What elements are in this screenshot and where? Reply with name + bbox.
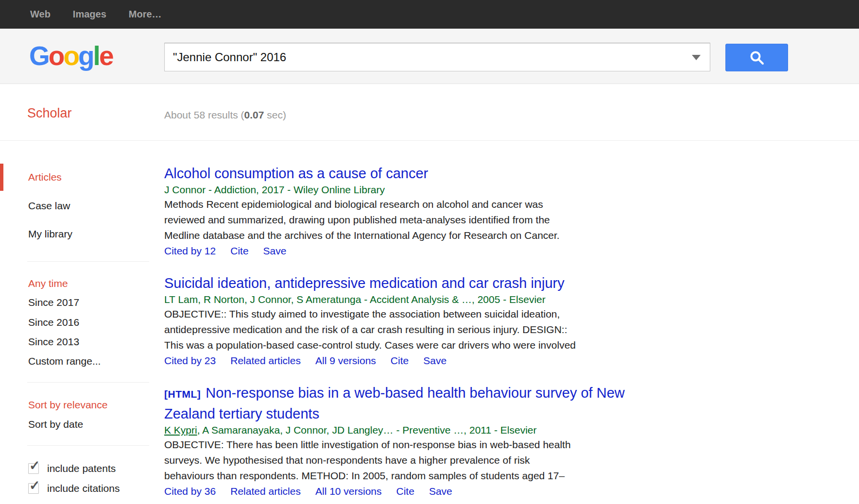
search-header: Google	[0, 29, 859, 84]
result-action-links: Cited by 36 Related articles All 10 vers…	[164, 484, 757, 499]
checkmark-icon: ✓	[29, 479, 40, 492]
result-title: [HTML]Non-response bias in a web-based h…	[164, 383, 757, 423]
checkmark-icon: ✓	[29, 459, 40, 472]
result-title-link[interactable]: Alcohol consumption as a cause of cancer	[164, 166, 428, 181]
search-input[interactable]	[164, 43, 710, 71]
all-versions-link[interactable]: All 10 versions	[315, 484, 382, 499]
search-icon	[749, 50, 765, 66]
related-articles-link[interactable]: Related articles	[230, 484, 301, 499]
include-citations-checkbox[interactable]: ✓	[28, 483, 39, 494]
cite-link[interactable]: Cite	[396, 484, 414, 499]
filter-since-2016[interactable]: Since 2016	[28, 316, 152, 329]
logo-letter: l	[93, 41, 99, 71]
top-navigation-bar: Web Images More…	[0, 0, 859, 29]
related-articles-link[interactable]: Related articles	[230, 353, 301, 369]
result-authors-line: J Connor - Addiction, 2017 - Wiley Onlin…	[164, 183, 757, 197]
logo-letter: g	[78, 41, 93, 71]
sidebar: Articles Case law My library Any time Si…	[0, 141, 152, 495]
result-title-link[interactable]: Non-response bias in a web-based health …	[164, 385, 625, 421]
result-snippet: OBJECTIVE:: This study aimed to investig…	[164, 306, 757, 353]
sidebar-item-case-law[interactable]: Case law	[28, 199, 152, 213]
search-result: Suicidal ideation, antidepressive medica…	[164, 273, 757, 369]
filter-custom-range[interactable]: Custom range...	[28, 354, 152, 368]
result-title: Alcohol consumption as a cause of cancer	[164, 164, 757, 183]
cited-by-link[interactable]: Cited by 12	[164, 243, 216, 259]
sidebar-divider	[27, 445, 149, 446]
result-snippet: OBJECTIVE: There has been little investi…	[164, 437, 757, 484]
sidebar-divider	[27, 261, 149, 262]
filter-since-2013[interactable]: Since 2013	[28, 335, 152, 349]
sort-by-relevance[interactable]: Sort by relevance	[28, 398, 152, 412]
author-profile-link[interactable]: K Kypri	[164, 424, 197, 436]
cited-by-link[interactable]: Cited by 23	[164, 353, 216, 369]
cite-link[interactable]: Cite	[391, 353, 409, 369]
cited-by-link[interactable]: Cited by 36	[164, 484, 216, 499]
nav-images[interactable]: Images	[73, 9, 106, 20]
search-box	[164, 43, 710, 71]
results-stats: About 58 results (0.07 sec)	[164, 109, 286, 121]
search-button[interactable]	[725, 44, 788, 71]
result-authors-line: LT Lam, R Norton, J Connor, S Ameratunga…	[164, 293, 757, 306]
result-action-links: Cited by 12 Cite Save	[164, 243, 757, 259]
cite-link[interactable]: Cite	[230, 243, 248, 259]
html-tag-label: [HTML]	[164, 388, 201, 400]
filter-include-citations: ✓ include citations	[28, 482, 152, 495]
scholar-label[interactable]: Scholar	[27, 106, 72, 121]
google-scholar-results-page: Web Images More… Google Scholar About 58…	[0, 0, 859, 504]
google-logo[interactable]: Google	[29, 40, 112, 71]
include-citations-label: include citations	[47, 482, 120, 495]
result-title-link[interactable]: Suicidal ideation, antidepressive medica…	[164, 275, 565, 291]
logo-letter: e	[99, 41, 113, 71]
nav-web[interactable]: Web	[30, 9, 51, 20]
logo-letter: o	[49, 41, 64, 71]
sort-by-date[interactable]: Sort by date	[28, 418, 152, 431]
logo-letter: o	[63, 41, 78, 71]
include-patents-checkbox[interactable]: ✓	[28, 463, 39, 474]
dropdown-arrow-icon[interactable]	[692, 55, 701, 60]
search-result: Alcohol consumption as a cause of cancer…	[164, 164, 757, 259]
save-link[interactable]: Save	[263, 243, 287, 259]
results-header-bar: Scholar About 58 results (0.07 sec)	[0, 84, 859, 141]
result-title: Suicidal ideation, antidepressive medica…	[164, 273, 757, 293]
results-list: Alcohol consumption as a cause of cancer…	[164, 141, 757, 504]
logo-letter: G	[29, 41, 49, 71]
sidebar-item-articles[interactable]: Articles	[28, 170, 152, 184]
result-authors-line: K Kypri, A Samaranayaka, J Connor, JD La…	[164, 423, 757, 437]
all-versions-link[interactable]: All 9 versions	[315, 353, 376, 369]
result-action-links: Cited by 23 Related articles All 9 versi…	[164, 353, 757, 369]
search-result: [HTML]Non-response bias in a web-based h…	[164, 383, 757, 499]
filter-include-patents: ✓ include patents	[28, 462, 152, 475]
filter-since-2017[interactable]: Since 2017	[28, 296, 152, 309]
nav-more[interactable]: More…	[129, 9, 162, 20]
search-time: 0.07	[244, 109, 264, 120]
result-snippet: Methods Recent epidemiological and biolo…	[164, 197, 757, 243]
sidebar-divider	[27, 382, 149, 383]
sidebar-item-my-library[interactable]: My library	[28, 227, 152, 241]
save-link[interactable]: Save	[429, 484, 452, 499]
save-link[interactable]: Save	[423, 353, 447, 369]
filter-any-time[interactable]: Any time	[28, 277, 152, 290]
include-patents-label: include patents	[47, 462, 116, 475]
